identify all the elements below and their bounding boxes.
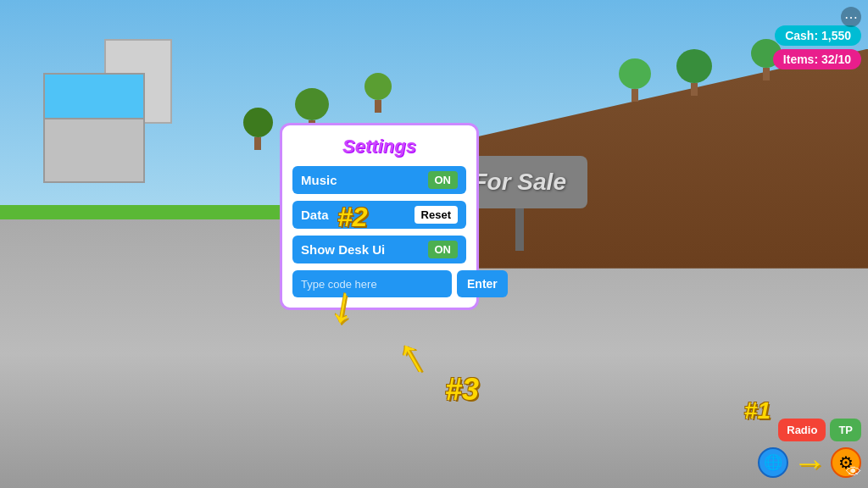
tree-4 bbox=[619, 58, 651, 102]
tp-button[interactable]: TP bbox=[830, 419, 861, 441]
eye-icon: 👁 bbox=[846, 463, 861, 481]
data-label: Data bbox=[301, 208, 329, 222]
music-label: Music bbox=[301, 173, 337, 187]
enter-button[interactable]: Enter bbox=[457, 270, 508, 297]
step3-label: #3 bbox=[445, 372, 479, 408]
music-toggle[interactable]: ON bbox=[428, 171, 459, 189]
code-row: Enter bbox=[292, 270, 466, 297]
show-desk-ui-toggle[interactable]: ON bbox=[428, 241, 459, 258]
step2-label: #2 bbox=[337, 202, 368, 233]
tree-5 bbox=[676, 49, 712, 96]
step1-label: #1 bbox=[744, 397, 771, 424]
show-desk-ui-label: Show Desk Ui bbox=[301, 242, 385, 257]
hud-panel: Cash: 1,550 Items: 32/10 bbox=[773, 25, 861, 69]
data-reset-button[interactable]: Reset bbox=[415, 206, 458, 224]
sign-post bbox=[515, 208, 524, 251]
cash-badge: Cash: 1,550 bbox=[775, 25, 861, 46]
arrow-right-icon: → bbox=[793, 446, 826, 480]
tree-1 bbox=[243, 108, 273, 150]
more-options-icon[interactable]: ⋯ bbox=[841, 7, 861, 27]
show-desk-ui-row: Show Desk Ui ON bbox=[292, 236, 466, 263]
settings-panel: Settings Music ON Data Reset Show Desk U… bbox=[280, 123, 479, 310]
building-main bbox=[43, 73, 145, 183]
globe-icon[interactable]: 🌐 bbox=[758, 447, 788, 478]
items-badge: Items: 32/10 bbox=[773, 49, 861, 69]
music-row: Music ON bbox=[292, 166, 466, 194]
data-row: Data Reset bbox=[292, 201, 466, 229]
radio-button[interactable]: Radio bbox=[778, 419, 826, 441]
tree-3 bbox=[364, 73, 392, 113]
hud-buttons: Radio TP bbox=[778, 419, 861, 441]
code-input[interactable] bbox=[292, 270, 452, 297]
settings-title: Settings bbox=[292, 136, 466, 158]
